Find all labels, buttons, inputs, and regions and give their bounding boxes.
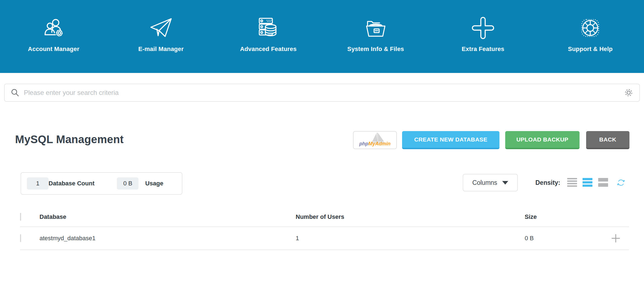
nav-label: Account Manager — [28, 46, 80, 53]
extra-features-icon — [471, 16, 495, 40]
column-header-users: Number of Users — [296, 213, 525, 220]
column-header-database: Database — [39, 213, 296, 220]
nav-item-advanced-features[interactable]: Advanced Features — [215, 0, 322, 73]
density-label: Density: — [535, 174, 560, 191]
account-manager-icon — [42, 16, 66, 40]
columns-dropdown[interactable]: Columns — [463, 174, 518, 191]
nav-item-support-help[interactable]: Support & Help — [537, 0, 644, 73]
row-expand-button[interactable] — [611, 234, 620, 243]
search-input[interactable] — [24, 89, 624, 97]
email-manager-icon — [149, 16, 173, 40]
nav-label: Extra Features — [462, 46, 504, 53]
database-count-label: Database Count — [49, 180, 94, 187]
nav-label: System Info & Files — [347, 46, 404, 53]
density-comfortable-icon — [598, 178, 608, 182]
nav-item-system-info-files[interactable]: System Info & Files — [322, 0, 429, 73]
advanced-features-icon — [256, 16, 280, 40]
phpmyadmin-label: phpMyAdmin — [354, 141, 396, 147]
usage-value: 0 B — [117, 177, 139, 189]
search-settings-gear-icon[interactable] — [624, 88, 633, 97]
select-all-checkbox[interactable] — [20, 213, 21, 221]
nav-item-account-manager[interactable]: Account Manager — [0, 0, 107, 73]
nav-label: Advanced Features — [240, 46, 296, 53]
system-info-files-icon — [364, 16, 388, 40]
chevron-down-icon — [502, 181, 508, 185]
nav-label: Support & Help — [568, 46, 613, 53]
main-nav: Account Manager E-mail Manager — [0, 0, 644, 73]
column-header-size: Size — [525, 213, 629, 220]
search-bar — [4, 84, 640, 102]
nav-item-email-manager[interactable]: E-mail Manager — [107, 0, 214, 73]
database-count-value: 1 — [27, 177, 49, 189]
density-medium-icon — [583, 178, 592, 180]
database-users: 1 — [296, 235, 525, 242]
page-title: MySQL Management — [15, 133, 124, 146]
database-table: Database Number of Users Size atestmyd_d… — [20, 207, 629, 250]
create-new-database-button[interactable]: CREATE NEW DATABASE — [402, 131, 499, 149]
search-icon — [11, 88, 19, 97]
density-medium-button[interactable] — [583, 178, 592, 187]
usage-label: Usage — [145, 180, 163, 187]
database-name: atestmyd_database1 — [39, 235, 296, 242]
table-header-row: Database Number of Users Size — [20, 207, 629, 227]
upload-backup-button[interactable]: UPLOAD BACKUP — [505, 131, 580, 149]
phpmyadmin-button[interactable]: phpMyAdmin — [353, 131, 397, 149]
plus-icon — [611, 234, 620, 243]
table-row[interactable]: atestmyd_database1 1 0 B — [20, 227, 629, 250]
back-button[interactable]: BACK — [586, 131, 629, 149]
database-size: 0 B — [525, 235, 534, 242]
columns-dropdown-label: Columns — [472, 179, 497, 186]
refresh-button[interactable] — [617, 178, 625, 187]
density-compact-button[interactable] — [567, 178, 577, 187]
stats-box: 1 Database Count 0 B Usage — [21, 172, 182, 195]
support-help-icon — [578, 16, 602, 40]
nav-label: E-mail Manager — [138, 46, 183, 53]
refresh-icon — [617, 178, 625, 187]
row-checkbox[interactable] — [20, 234, 21, 242]
density-comfortable-button[interactable] — [598, 178, 608, 187]
density-compact-icon — [567, 178, 577, 179]
mysql-management-page: Account Manager E-mail Manager — [0, 0, 644, 283]
nav-item-extra-features[interactable]: Extra Features — [429, 0, 536, 73]
